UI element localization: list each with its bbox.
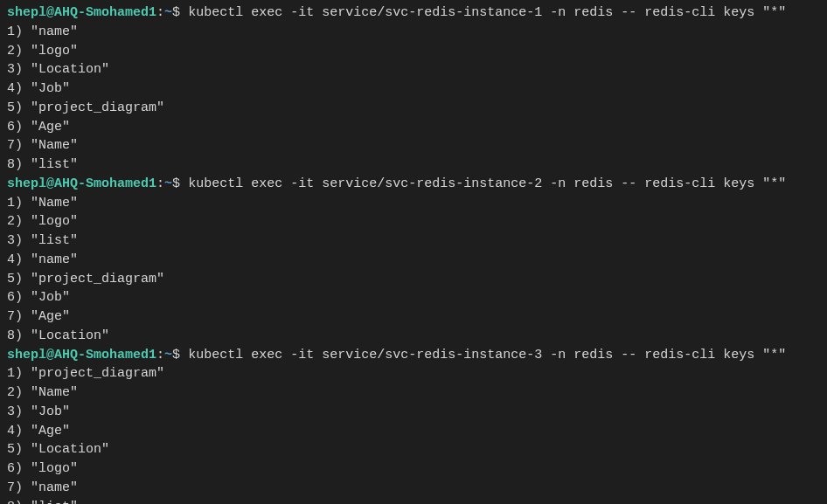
prompt-host: AHQ-Smohamed1 [54,176,156,191]
prompt-line-1: shepl@AHQ-Smohamed1:~$ kubectl exec -it … [7,3,820,23]
prompt-tilde: ~ [164,5,172,20]
output-row: 1) "project_diagram" [7,364,820,383]
prompt-host: AHQ-Smohamed1 [54,5,156,20]
command-3: kubectl exec -it service/svc-redis-insta… [188,348,786,362]
prompt-user: shepl [7,176,46,191]
prompt-dollar: $ [172,348,180,362]
prompt-line-3: shepl@AHQ-Smohamed1:~$ kubectl exec -it … [7,346,820,365]
prompt-tilde: ~ [164,176,172,191]
terminal-output[interactable]: shepl@AHQ-Smohamed1:~$ kubectl exec -it … [7,3,820,504]
output-row: 1) "name" [7,23,820,42]
output-row: 6) "logo" [7,459,820,479]
output-row: 8) "list" [7,498,820,505]
output-row: 7) "Age" [7,307,820,327]
prompt-at: @ [46,176,54,191]
output-row: 1) "Name" [7,194,820,213]
output-row: 7) "name" [7,479,820,498]
output-row: 8) "list" [7,155,820,175]
output-row: 7) "Name" [7,136,820,155]
prompt-line-2: shepl@AHQ-Smohamed1:~$ kubectl exec -it … [7,175,820,194]
output-row: 6) "Job" [7,288,820,307]
output-row: 4) "Job" [7,79,820,99]
prompt-user: shepl [7,348,46,362]
output-row: 2) "logo" [7,212,820,231]
prompt-host: AHQ-Smohamed1 [54,348,156,362]
output-row: 5) "project_diagram" [7,270,820,289]
output-row: 3) "Job" [7,403,820,422]
prompt-at: @ [46,5,54,20]
command-2: kubectl exec -it service/svc-redis-insta… [188,176,786,191]
prompt-colon: : [156,5,164,20]
output-row: 4) "name" [7,251,820,270]
output-row: 8) "Location" [7,327,820,346]
output-row: 5) "project_diagram" [7,99,820,118]
command-1: kubectl exec -it service/svc-redis-insta… [188,5,786,20]
output-row: 3) "list" [7,231,820,251]
prompt-colon: : [156,176,164,191]
prompt-at: @ [46,348,54,362]
output-row: 6) "Age" [7,118,820,137]
prompt-dollar: $ [172,5,180,20]
output-row: 4) "Age" [7,422,820,441]
prompt-dollar: $ [172,176,180,191]
prompt-tilde: ~ [164,348,172,362]
output-row: 5) "Location" [7,440,820,459]
output-row: 2) "logo" [7,42,820,61]
prompt-colon: : [156,348,164,362]
output-row: 2) "Name" [7,383,820,403]
output-row: 3) "Location" [7,60,820,79]
prompt-user: shepl [7,5,46,20]
